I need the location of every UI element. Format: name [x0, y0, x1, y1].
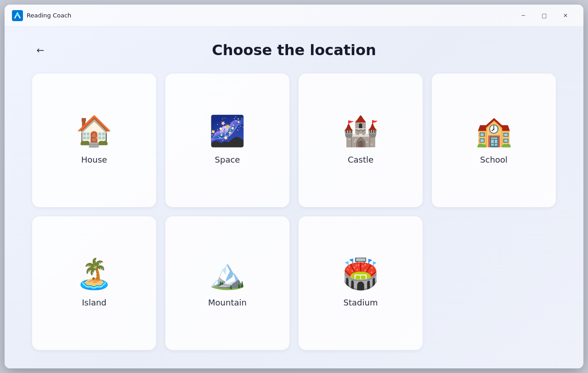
- school-icon: 🏫: [475, 116, 512, 146]
- minimize-button[interactable]: ─: [513, 8, 534, 23]
- svg-point-1: [16, 13, 19, 16]
- back-arrow-icon: ←: [37, 45, 45, 56]
- location-grid: 🏠House🌌Space🏰Castle🏫School🏝️Island🏔️Moun…: [32, 73, 556, 350]
- castle-icon: 🏰: [342, 116, 379, 146]
- app-title: Reading Coach: [27, 12, 513, 19]
- island-icon: 🏝️: [76, 259, 113, 288]
- main-content: ← Choose the location 🏠House🌌Space🏰Castl…: [5, 27, 583, 368]
- island-label: Island: [82, 298, 107, 307]
- location-card-castle[interactable]: 🏰Castle: [299, 73, 423, 207]
- stadium-label: Stadium: [344, 298, 378, 307]
- app-window: Reading Coach ─ □ ✕ ← Choose the locatio…: [5, 5, 583, 368]
- house-label: House: [81, 155, 107, 164]
- location-card-space[interactable]: 🌌Space: [165, 73, 289, 207]
- mountain-icon: 🏔️: [209, 259, 246, 288]
- location-card-empty: [432, 216, 556, 350]
- school-label: School: [480, 155, 508, 164]
- location-card-school[interactable]: 🏫School: [432, 73, 556, 207]
- back-button[interactable]: ←: [32, 42, 49, 58]
- app-icon: [12, 10, 23, 21]
- house-icon: 🏠: [76, 116, 113, 146]
- page-header: ← Choose the location: [32, 41, 556, 59]
- location-card-stadium[interactable]: 🏟️Stadium: [299, 216, 423, 350]
- stadium-icon: 🏟️: [342, 259, 379, 288]
- maximize-button[interactable]: □: [534, 8, 555, 23]
- location-card-island[interactable]: 🏝️Island: [32, 216, 156, 350]
- page-title: Choose the location: [212, 41, 376, 59]
- location-card-mountain[interactable]: 🏔️Mountain: [165, 216, 289, 350]
- close-button[interactable]: ✕: [555, 8, 576, 23]
- space-icon: 🌌: [209, 116, 246, 146]
- space-label: Space: [215, 155, 240, 164]
- castle-label: Castle: [348, 155, 373, 164]
- location-card-house[interactable]: 🏠House: [32, 73, 156, 207]
- mountain-label: Mountain: [208, 298, 247, 307]
- titlebar: Reading Coach ─ □ ✕: [5, 5, 583, 27]
- window-controls: ─ □ ✕: [513, 8, 576, 23]
